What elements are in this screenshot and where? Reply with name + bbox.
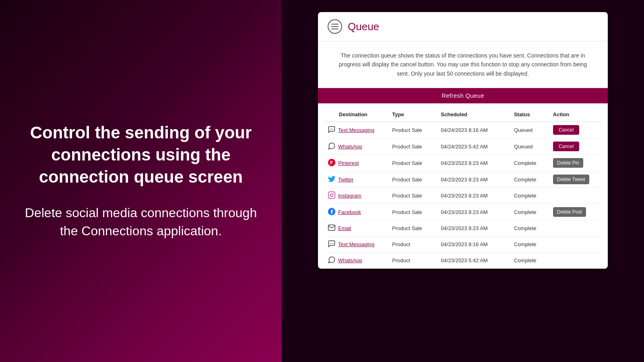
destination-cell: P Pinterest bbox=[328, 158, 386, 168]
cancel-button[interactable]: Cancel bbox=[553, 142, 579, 151]
menu-icon[interactable] bbox=[328, 19, 342, 34]
queue-card: Queue The connection queue shows the sta… bbox=[318, 12, 608, 269]
destination-link[interactable]: WhatsApp bbox=[338, 144, 362, 150]
action-cell: Cancel bbox=[550, 138, 601, 155]
destination-link[interactable]: Pinterest bbox=[338, 160, 359, 166]
scheduled-cell: 04/23/2023 5:42 AM bbox=[438, 253, 511, 269]
left-panel: Control the sending of your connections … bbox=[0, 0, 282, 362]
scheduled-cell: 04/24/2023 8:16 AM bbox=[438, 122, 511, 138]
table-row: EmailProduct Sale04/23/2023 8:23 AMCompl… bbox=[324, 220, 601, 237]
table-row: FacebookProduct Sale04/23/2023 8:23 AMCo… bbox=[324, 204, 601, 220]
status-cell: Complete bbox=[511, 237, 550, 253]
table-head: Destination Type Scheduled Status Action bbox=[324, 107, 601, 122]
instagram-icon bbox=[328, 191, 336, 200]
destination-cell: Facebook bbox=[328, 208, 386, 217]
scheduled-cell: 04/23/2023 8:23 AM bbox=[438, 188, 511, 204]
sms-icon bbox=[328, 125, 336, 135]
svg-point-9 bbox=[330, 194, 333, 197]
info-box: The connection queue shows the status of… bbox=[318, 41, 608, 88]
info-text: The connection queue shows the status of… bbox=[334, 51, 592, 78]
destination-link[interactable]: Text Messaging bbox=[338, 127, 374, 133]
col-scheduled: Scheduled bbox=[438, 107, 511, 122]
delete-button[interactable]: Delete Pin bbox=[553, 158, 583, 168]
type-cell: Product Sale bbox=[389, 155, 438, 171]
type-cell: Product bbox=[389, 253, 438, 269]
destination-cell: Text Messaging bbox=[328, 240, 386, 249]
destination-cell: Email bbox=[328, 224, 386, 233]
destination-cell: Twitter bbox=[328, 175, 386, 184]
status-cell: Complete bbox=[511, 253, 550, 269]
delete-button[interactable]: Delete Tweet bbox=[553, 175, 589, 184]
destination-cell: WhatsApp bbox=[328, 256, 386, 265]
left-subtext: Delete social media connections through … bbox=[16, 204, 266, 240]
queue-title: Queue bbox=[348, 21, 379, 33]
sms-icon bbox=[328, 240, 336, 249]
scheduled-cell: 04/23/2023 8:16 AM bbox=[438, 237, 511, 253]
action-cell: Delete Tweet bbox=[550, 171, 601, 188]
destination-link[interactable]: Facebook bbox=[338, 209, 361, 215]
svg-rect-8 bbox=[328, 192, 335, 199]
whatsapp-icon bbox=[328, 142, 336, 151]
action-cell bbox=[550, 237, 601, 253]
destination-cell: Instagram bbox=[328, 191, 386, 200]
left-content: Control the sending of your connections … bbox=[0, 106, 282, 256]
action-cell bbox=[550, 253, 601, 269]
whatsapp-icon bbox=[328, 256, 336, 265]
status-cell: Complete bbox=[511, 204, 550, 220]
delete-button[interactable]: Delete Post bbox=[553, 207, 586, 217]
action-cell: Delete Post bbox=[550, 204, 601, 220]
action-cell bbox=[550, 188, 601, 204]
svg-point-14 bbox=[332, 243, 333, 244]
type-cell: Product Sale bbox=[389, 220, 438, 237]
col-status: Status bbox=[511, 107, 550, 122]
svg-point-13 bbox=[331, 243, 332, 244]
table-row: Text MessagingProduct Sale04/24/2023 8:1… bbox=[324, 122, 601, 138]
table-row: InstagramProduct Sale04/23/2023 8:23 AMC… bbox=[324, 188, 601, 204]
cancel-button[interactable]: Cancel bbox=[553, 125, 579, 135]
svg-text:P: P bbox=[330, 160, 333, 165]
destination-link[interactable]: Email bbox=[338, 225, 351, 231]
col-type: Type bbox=[389, 107, 438, 122]
pinterest-icon: P bbox=[328, 158, 336, 168]
refresh-bar: Refresh Queue bbox=[318, 88, 608, 103]
svg-point-5 bbox=[332, 129, 333, 130]
scheduled-cell: 04/23/2023 8:23 AM bbox=[438, 220, 511, 237]
status-cell: Complete bbox=[511, 220, 550, 237]
status-cell: Complete bbox=[511, 155, 550, 171]
table-row: WhatsAppProduct Sale04/24/2023 5:42 AMQu… bbox=[324, 138, 601, 155]
svg-rect-1 bbox=[331, 26, 339, 27]
queue-table: Destination Type Scheduled Status Action… bbox=[324, 107, 601, 269]
action-cell bbox=[550, 220, 601, 237]
twitter-icon bbox=[328, 175, 336, 184]
refresh-queue-button[interactable]: Refresh Queue bbox=[442, 92, 484, 99]
status-cell: Queued bbox=[511, 122, 550, 138]
destination-link[interactable]: Twitter bbox=[338, 177, 353, 183]
svg-point-4 bbox=[331, 129, 332, 130]
scheduled-cell: 04/23/2023 8:23 AM bbox=[438, 204, 511, 220]
left-heading: Control the sending of your connections … bbox=[16, 122, 266, 188]
type-cell: Product Sale bbox=[389, 171, 438, 188]
type-cell: Product Sale bbox=[389, 122, 438, 138]
facebook-icon bbox=[328, 208, 336, 217]
type-cell: Product Sale bbox=[389, 188, 438, 204]
scheduled-cell: 04/23/2023 8:23 AM bbox=[438, 171, 511, 188]
svg-point-10 bbox=[333, 193, 334, 194]
table-body: Text MessagingProduct Sale04/24/2023 8:1… bbox=[324, 122, 601, 269]
status-cell: Complete bbox=[511, 171, 550, 188]
destination-cell: Text Messaging bbox=[328, 125, 386, 135]
table-row: Text MessagingProduct04/23/2023 8:16 AMC… bbox=[324, 237, 601, 253]
destination-link[interactable]: Instagram bbox=[338, 193, 361, 199]
destination-link[interactable]: WhatsApp bbox=[338, 257, 362, 263]
status-cell: Complete bbox=[511, 188, 550, 204]
destination-link[interactable]: Text Messaging bbox=[338, 241, 374, 247]
action-cell: Cancel bbox=[550, 122, 601, 138]
table-row: TwitterProduct Sale04/23/2023 8:23 AMCom… bbox=[324, 171, 601, 188]
scheduled-cell: 04/24/2023 5:42 AM bbox=[438, 138, 511, 155]
status-cell: Queued bbox=[511, 138, 550, 155]
table-row: P PinterestProduct Sale04/23/2023 8:23 A… bbox=[324, 155, 601, 171]
type-cell: Product Sale bbox=[389, 138, 438, 155]
svg-rect-0 bbox=[331, 24, 339, 25]
scheduled-cell: 04/23/2023 8:23 AM bbox=[438, 155, 511, 171]
action-cell: Delete Pin bbox=[550, 155, 601, 171]
type-cell: Product Sale bbox=[389, 204, 438, 220]
